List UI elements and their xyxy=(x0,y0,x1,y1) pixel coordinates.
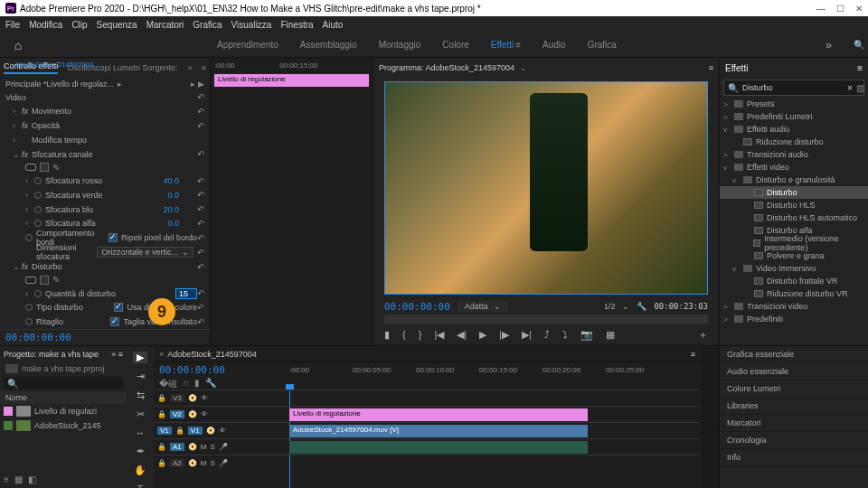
menu-visualizza[interactable]: Visualizza xyxy=(231,20,272,30)
blur-green-value[interactable]: 0.0 xyxy=(167,191,179,200)
collapsed-panel-info[interactable]: Info xyxy=(720,449,868,466)
minimize-button[interactable]: — xyxy=(816,4,826,14)
sequence-tab[interactable]: AdobeStock_214597004 xyxy=(167,350,257,359)
effect-tree-item[interactable]: >Transizioni video xyxy=(720,300,868,313)
blur-dimensions-dropdown[interactable]: Orizzontale e vertic...⌄ xyxy=(97,247,193,258)
pen-tool-icon[interactable]: ✒ xyxy=(133,446,147,457)
program-monitor-viewport[interactable] xyxy=(384,81,708,295)
blur-blue-value[interactable]: 20.0 xyxy=(163,205,179,214)
track-v2[interactable]: V2 xyxy=(170,410,184,418)
maximize-button[interactable]: ☐ xyxy=(836,4,844,14)
effect-tree-item[interactable]: Disturbo HLS automatico xyxy=(720,211,868,224)
workspace-overflow[interactable]: » xyxy=(826,39,832,52)
settings-icon[interactable]: 🔧 xyxy=(205,378,216,390)
clear-search-icon[interactable]: × xyxy=(847,83,853,93)
effect-tree-item[interactable]: >Presets xyxy=(720,98,868,110)
timeline-tc[interactable]: 00:00:00:00 xyxy=(159,364,284,376)
panel-menu-icon[interactable]: ≡ xyxy=(202,63,206,72)
icon-view-icon[interactable]: ▦ xyxy=(14,474,23,484)
track-select-tool-icon[interactable]: ⇥ xyxy=(133,371,147,382)
effect-tree-item[interactable]: >Predefiniti Lumetri xyxy=(720,110,868,123)
effect-tree-item[interactable]: >Predefiniti xyxy=(720,313,868,325)
ec-channel-blur[interactable]: Sfocatura canale xyxy=(32,150,197,159)
effect-tree-item[interactable]: vDisturbo e granulosità xyxy=(720,174,868,186)
collapsed-panel-cronologia[interactable]: Cronologia xyxy=(720,432,868,449)
menu-marcatori[interactable]: Marcatori xyxy=(146,20,184,30)
track-a2[interactable]: A2 xyxy=(170,459,184,467)
effect-tree-item[interactable]: Disturbo HLS xyxy=(720,199,868,211)
selection-tool-icon[interactable]: ▶ xyxy=(133,352,147,363)
panel-menu-icon[interactable]: ≡ xyxy=(857,63,863,73)
workspace-montaggio[interactable]: Montaggio xyxy=(379,40,421,50)
workspace-colore[interactable]: Colore xyxy=(442,40,468,50)
tab-project[interactable]: Progetto: make a vhs tape xyxy=(4,350,99,359)
close-button[interactable]: ✕ xyxy=(855,4,863,14)
workspace-audio[interactable]: Audio xyxy=(542,40,566,50)
timeline-clip-adjustment[interactable]: Livello di regolazione xyxy=(289,408,588,421)
step-fwd-icon[interactable]: |▶ xyxy=(499,329,509,341)
extract-icon[interactable]: ⤵ xyxy=(562,329,568,340)
panel-menu-icon[interactable]: ≡ xyxy=(709,63,713,72)
project-item[interactable]: Livello di regolazi xyxy=(0,404,127,418)
menu-clip[interactable]: Clip xyxy=(71,20,87,30)
mark-in-icon[interactable]: { xyxy=(402,329,406,340)
eyedropper-icon[interactable]: ✎ xyxy=(52,163,60,173)
effect-tree-item[interactable]: Disturbo xyxy=(720,186,868,199)
menu-file[interactable]: File xyxy=(5,20,20,30)
menu-finestra[interactable]: Finestra xyxy=(280,20,313,30)
effect-tree-item[interactable]: vEffetti audio xyxy=(720,123,868,136)
program-scrubber[interactable] xyxy=(384,314,708,324)
effect-tree-item[interactable]: Disturbo frattale VR xyxy=(720,275,868,287)
effects-search-input[interactable] xyxy=(742,83,844,92)
panel-more[interactable]: » xyxy=(188,63,193,72)
collapsed-panel-marcatori[interactable]: Marcatori xyxy=(720,415,868,432)
ec-opacity[interactable]: Opacità xyxy=(32,121,197,130)
go-in-icon[interactable]: |◀ xyxy=(434,329,444,341)
menu-sequenza[interactable]: Sequenza xyxy=(97,20,137,30)
timeline-clip-audio[interactable] xyxy=(289,441,588,454)
home-button[interactable]: ⌂ xyxy=(0,38,36,52)
button-editor-icon[interactable]: ＋ xyxy=(698,328,708,342)
freeform-view-icon[interactable]: ◧ xyxy=(28,474,36,484)
use-color-noise-checkbox[interactable] xyxy=(114,303,123,312)
effect-tree-item[interactable]: vEffetti video xyxy=(720,161,868,174)
ec-time-remap[interactable]: Modifica tempo xyxy=(32,136,204,145)
effect-tree-item[interactable]: >Transizioni audio xyxy=(720,148,868,161)
export-frame-icon[interactable]: 📷 xyxy=(580,329,593,341)
workspace-grafica[interactable]: Grafica xyxy=(588,40,617,50)
workspace-effetti[interactable]: Effetti≡ xyxy=(491,40,521,50)
settings-icon[interactable]: 🔧 xyxy=(637,302,646,311)
panel-menu-icon[interactable]: ≡ xyxy=(691,350,695,359)
repeat-edge-checkbox[interactable] xyxy=(108,233,118,242)
workspace-apprendimento[interactable]: Apprendimento xyxy=(217,40,278,50)
tab-effects[interactable]: Effetti xyxy=(725,63,748,73)
collapsed-panel-grafica-essenziale[interactable]: Grafica essenziale xyxy=(720,346,868,363)
hand-tool-icon[interactable]: ✋ xyxy=(133,465,147,476)
lift-icon[interactable]: ⤴ xyxy=(544,329,550,340)
collapsed-panel-audio-essenziale[interactable]: Audio essenziale xyxy=(720,363,868,380)
go-out-icon[interactable]: ▶| xyxy=(522,329,532,341)
list-view-icon[interactable]: ≡ xyxy=(4,474,9,484)
ec-timecode[interactable]: 00:00:00:00 xyxy=(5,332,71,343)
menu-modifica[interactable]: Modifica xyxy=(29,20,62,30)
ripple-tool-icon[interactable]: ⇆ xyxy=(133,389,147,401)
menu-grafica[interactable]: Grafica xyxy=(193,20,222,30)
track-v3[interactable]: V3 xyxy=(170,394,184,402)
program-tc-left[interactable]: 00:00:00:00 xyxy=(384,301,450,313)
menu-aiuto[interactable]: Aiuto xyxy=(323,20,344,30)
track-a1[interactable]: A1 xyxy=(170,443,184,451)
workspace-assemblaggio[interactable]: Assemblaggio xyxy=(300,40,357,50)
zoom-fit-dropdown[interactable]: Adatta⌄ xyxy=(458,301,508,312)
ec-clip-link[interactable]: AdobeStock_214597004 ... xyxy=(11,60,106,72)
type-tool-icon[interactable]: T xyxy=(133,483,147,488)
razor-tool-icon[interactable]: ✂ xyxy=(133,408,147,420)
noise-amount-input[interactable]: 15 xyxy=(175,288,197,299)
project-search-input[interactable] xyxy=(18,379,119,388)
snap-icon[interactable]: �磁 xyxy=(159,378,177,390)
play-icon[interactable]: ▶ xyxy=(479,329,486,341)
link-icon[interactable]: ∩ xyxy=(183,378,189,390)
effect-tree-item[interactable]: vVideo immersivo xyxy=(720,262,868,275)
mark-out-icon[interactable]: } xyxy=(419,329,422,340)
compare-icon[interactable]: ▦ xyxy=(606,329,615,341)
effect-tree-item[interactable]: Riduzione disturbo xyxy=(720,136,868,148)
